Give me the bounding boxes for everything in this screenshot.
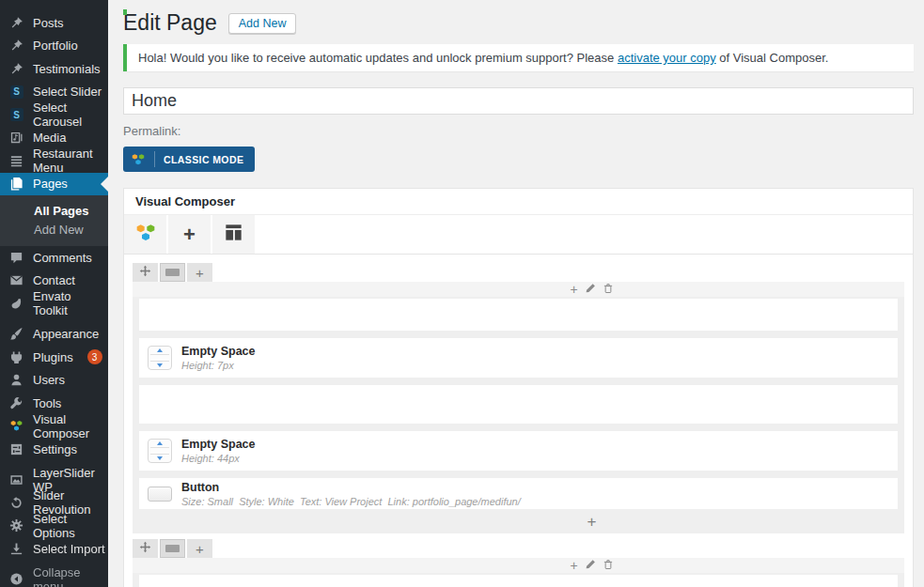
row-layout-icon <box>165 545 180 552</box>
sidebar-item-visual-composer[interactable]: Visual Composer <box>0 415 108 439</box>
wp-admin-edit-page: { "theme": { "page_bg": "#f1f1f1", "side… <box>0 0 924 587</box>
notice-text: Hola! Would you like to receive automati… <box>138 51 618 65</box>
pages-submenu: All Pages Add New <box>0 195 108 246</box>
element-meta: Height: 44px <box>181 453 256 464</box>
leaf-icon <box>8 296 24 312</box>
layers-photo-icon <box>8 471 24 487</box>
pin-icon <box>8 15 24 31</box>
element-title: Empty Space <box>181 345 256 358</box>
element-meta: Height: 7px <box>181 360 256 371</box>
sidebar-item-envato-toolkit[interactable]: Envato Toolkit <box>0 292 108 316</box>
row-layout-button[interactable] <box>160 539 185 558</box>
sidebar-item-label: Testimonials <box>33 62 101 76</box>
classic-mode-button[interactable]: CLASSIC MODE <box>123 147 255 172</box>
sidebar-item-plugins[interactable]: Plugins 3 <box>0 346 108 369</box>
sidebar-item-label: Users <box>33 373 65 387</box>
collapse-arrow-icon <box>8 571 24 587</box>
sidebar-item-label: Collapse menu <box>33 565 108 587</box>
drag-row-handle[interactable] <box>133 263 158 282</box>
sidebar-item-comments[interactable]: Comments <box>0 246 108 270</box>
plus-icon: + <box>183 224 196 245</box>
move-icon <box>139 264 151 281</box>
column-header: + <box>133 282 904 297</box>
sidebar-item-pages[interactable]: Pages <box>0 173 108 196</box>
trash-icon[interactable] <box>603 281 614 298</box>
permalink-label: Permalink: <box>123 124 914 138</box>
sidebar-item-label: Appearance <box>33 327 99 341</box>
media-icon <box>8 130 24 146</box>
add-to-column-icon[interactable]: + <box>570 559 577 572</box>
sidebar-item-label: Pages <box>33 177 68 191</box>
template-layout-icon <box>224 223 243 246</box>
add-new-button[interactable]: Add New <box>228 13 297 34</box>
sidebar-item-label: Envato Toolkit <box>33 289 108 317</box>
sidebar-item-label: Portfolio <box>33 39 78 53</box>
row-controls: + <box>133 263 904 282</box>
composer-element-button[interactable]: Button Size: Small Style: White Text: Vi… <box>139 478 898 509</box>
brush-icon <box>8 326 24 342</box>
plus-icon: + <box>196 266 204 280</box>
add-element-button[interactable]: + <box>168 215 211 254</box>
sidebar-item-collapse-menu[interactable]: Collapse menu <box>0 568 108 587</box>
composer-element-blank[interactable] <box>139 575 898 587</box>
element-title: Empty Space <box>181 438 256 451</box>
row-layout-button[interactable] <box>160 263 185 282</box>
activation-notice: Hola! Would you like to receive automati… <box>123 44 914 71</box>
sidebar-item-select-import[interactable]: Select Import <box>0 537 108 561</box>
menu-list-icon <box>8 153 24 169</box>
sidebar-item-label: Select Import <box>33 542 105 556</box>
edit-pencil-icon[interactable] <box>585 281 596 298</box>
sidebar-item-appearance[interactable]: Appearance <box>0 323 108 347</box>
templates-button[interactable] <box>212 215 255 254</box>
sidebar-item-portfolio[interactable]: Portfolio <box>0 35 108 58</box>
content-area: Edit Page Add New Hola! Would you like t… <box>108 9 924 587</box>
sidebar-item-users[interactable]: Users <box>0 369 108 393</box>
gear-icon <box>8 517 24 533</box>
drag-row-handle[interactable] <box>133 539 158 558</box>
settings-icon <box>8 441 24 457</box>
composer-canvas: + + Empty Spac <box>124 255 913 587</box>
envelope-icon <box>8 272 24 288</box>
plug-icon <box>8 349 24 365</box>
submenu-item-all-pages[interactable]: All Pages <box>0 202 108 221</box>
wrench-icon <box>8 395 24 411</box>
composer-element-empty-space[interactable]: Empty Space Height: 7px <box>139 338 898 378</box>
classic-mode-label: CLASSIC MODE <box>164 154 243 165</box>
vc-logo-button[interactable] <box>124 215 166 254</box>
metabox-title: Visual Composer <box>124 189 913 215</box>
sidebar-item-posts[interactable]: Posts <box>0 11 108 35</box>
submenu-item-add-new[interactable]: Add New <box>0 221 108 239</box>
visual-composer-logo-icon <box>8 418 24 434</box>
row-container: + Empty Space Height: 7px <box>133 282 904 533</box>
trash-icon[interactable] <box>603 557 614 574</box>
sidebar-item-select-carousel[interactable]: S Select Carousel <box>0 103 108 127</box>
visual-composer-logo-icon <box>134 222 157 248</box>
sidebar-item-label: Select Options <box>33 512 108 540</box>
user-icon <box>8 372 24 388</box>
row-layout-icon <box>165 269 180 276</box>
notice-top-remnant <box>123 9 127 15</box>
sidebar-item-testimonials[interactable]: Testimonials <box>0 57 108 81</box>
page-title-input[interactable] <box>123 87 914 115</box>
add-row-button[interactable]: + <box>187 539 212 558</box>
edit-pencil-icon[interactable] <box>585 557 596 574</box>
composer-element-blank[interactable] <box>139 385 898 424</box>
composer-element-blank[interactable] <box>139 299 898 331</box>
empty-space-icon <box>148 439 172 463</box>
sidebar-item-settings[interactable]: Settings <box>0 438 108 461</box>
column-controls: + <box>570 557 613 574</box>
activate-copy-link[interactable]: activate your copy <box>618 51 716 65</box>
plus-icon: + <box>196 542 204 556</box>
sidebar-item-select-options[interactable]: Select Options <box>0 515 108 538</box>
sidebar-item-label: Tools <box>33 396 61 410</box>
add-element-icon[interactable]: + <box>587 514 597 530</box>
column-controls: + <box>570 281 613 298</box>
sidebar-item-restaurant-menu[interactable]: Restaurant Menu <box>0 149 108 173</box>
sidebar-item-label: Visual Composer <box>33 412 108 440</box>
composer-element-empty-space[interactable]: Empty Space Height: 44px <box>139 431 898 471</box>
column-header: + <box>133 558 904 573</box>
row-controls: + <box>133 539 904 558</box>
add-to-column-icon[interactable]: + <box>570 283 577 296</box>
sidebar-item-label: Restaurant Menu <box>33 147 108 175</box>
add-row-button[interactable]: + <box>187 263 212 282</box>
